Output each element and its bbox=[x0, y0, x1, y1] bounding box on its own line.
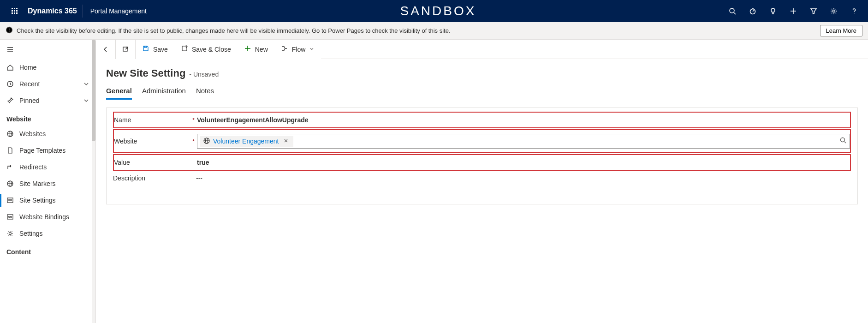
gear-icon bbox=[6, 230, 19, 237]
sidebar-item-websites[interactable]: Websites bbox=[0, 126, 95, 142]
new-button[interactable]: New bbox=[238, 40, 274, 59]
save-close-label: Save & Close bbox=[192, 46, 231, 53]
required-indicator: * bbox=[192, 138, 197, 145]
remove-chip-icon[interactable] bbox=[281, 138, 291, 145]
learn-more-button[interactable]: Learn More bbox=[820, 25, 862, 36]
tab-general[interactable]: General bbox=[106, 84, 132, 100]
redirect-icon bbox=[6, 163, 19, 171]
brand-label[interactable]: Dynamics 365 bbox=[26, 5, 83, 18]
chevron-down-icon bbox=[83, 97, 90, 106]
chevron-down-icon bbox=[309, 46, 315, 53]
task-timer-icon[interactable] bbox=[743, 0, 763, 22]
svg-point-17 bbox=[833, 10, 835, 12]
global-header: Dynamics 365 Portal Management SANDBOX bbox=[0, 0, 868, 22]
tab-administration[interactable]: Administration bbox=[142, 84, 186, 100]
svg-rect-6 bbox=[12, 12, 13, 14]
form-body: Name * VolunteerEngagementAllowUpgrade W… bbox=[106, 108, 858, 204]
field-row-name: Name * VolunteerEngagementAllowUpgrade bbox=[114, 113, 850, 127]
svg-rect-40 bbox=[144, 46, 147, 48]
sidebar-scrollbar[interactable] bbox=[92, 40, 95, 323]
svg-rect-5 bbox=[16, 10, 18, 12]
page-icon bbox=[6, 147, 19, 154]
page-title: New Site Setting bbox=[106, 67, 185, 79]
svg-rect-32 bbox=[7, 198, 13, 203]
svg-line-12 bbox=[753, 10, 754, 12]
settings-list-icon bbox=[6, 197, 19, 204]
plus-icon bbox=[244, 45, 251, 54]
page-subtitle: - Unsaved bbox=[189, 71, 219, 78]
sidebar-item-pinned[interactable]: Pinned bbox=[0, 92, 95, 109]
lookup-chip[interactable]: Volunteer Engagement bbox=[200, 136, 293, 147]
lookup-search-icon[interactable] bbox=[839, 137, 847, 146]
svg-rect-3 bbox=[12, 10, 13, 12]
chevron-down-icon bbox=[83, 80, 90, 89]
app-name-label[interactable]: Portal Management bbox=[83, 7, 154, 15]
sidebar-item-redirects[interactable]: Redirects bbox=[0, 159, 95, 175]
sidebar-item-website-bindings[interactable]: Website Bindings bbox=[0, 209, 95, 225]
back-button[interactable] bbox=[96, 40, 115, 59]
form-tabs: General Administration Notes bbox=[106, 84, 858, 100]
command-bar: Save Save & Close New Flow bbox=[96, 40, 868, 59]
add-icon[interactable] bbox=[783, 0, 803, 22]
sidebar-item-site-settings[interactable]: Site Settings bbox=[0, 192, 95, 209]
sidebar-item-settings[interactable]: Settings bbox=[0, 225, 95, 242]
sidebar-item-label: Site Settings bbox=[19, 197, 56, 204]
tab-notes[interactable]: Notes bbox=[196, 84, 214, 100]
sidebar-item-label: Settings bbox=[19, 230, 43, 237]
save-icon bbox=[142, 45, 149, 54]
help-icon[interactable] bbox=[844, 0, 864, 22]
save-button[interactable]: Save bbox=[136, 40, 174, 59]
scrollbar-thumb[interactable] bbox=[92, 40, 95, 141]
svg-point-21 bbox=[9, 31, 10, 32]
app-launcher-button[interactable] bbox=[4, 7, 26, 15]
sidebar-item-label: Site Markers bbox=[19, 180, 56, 187]
svg-rect-39 bbox=[123, 47, 127, 51]
svg-point-48 bbox=[841, 138, 845, 142]
sidebar-item-label: Websites bbox=[19, 130, 46, 138]
svg-line-10 bbox=[734, 12, 736, 14]
website-lookup[interactable]: Volunteer Engagement bbox=[197, 134, 850, 149]
sidebar-item-page-templates[interactable]: Page Templates bbox=[0, 142, 95, 159]
sidebar-section-website: Website bbox=[0, 109, 95, 126]
flow-button[interactable]: Flow bbox=[274, 40, 321, 59]
required-indicator: * bbox=[192, 117, 197, 124]
sidebar-item-site-markers[interactable]: Site Markers bbox=[0, 175, 95, 192]
lookup-value: Volunteer Engagement bbox=[213, 138, 279, 145]
pin-icon bbox=[6, 97, 19, 104]
sidebar-toggle-button[interactable] bbox=[0, 40, 95, 59]
clock-icon bbox=[6, 80, 19, 88]
svg-line-49 bbox=[844, 142, 846, 143]
info-icon bbox=[6, 26, 13, 35]
sidebar-item-recent[interactable]: Recent bbox=[0, 76, 95, 92]
sidebar-item-home[interactable]: Home bbox=[0, 59, 95, 76]
field-label: Name bbox=[114, 116, 131, 124]
svg-rect-8 bbox=[16, 12, 18, 14]
sidebar-item-label: Home bbox=[19, 64, 36, 71]
search-icon[interactable] bbox=[722, 0, 743, 22]
filter-icon[interactable] bbox=[803, 0, 824, 22]
svg-rect-0 bbox=[12, 8, 13, 9]
flow-label: Flow bbox=[292, 46, 306, 53]
lightbulb-icon[interactable] bbox=[763, 0, 783, 22]
field-row-description: Description --- bbox=[113, 171, 851, 185]
description-input[interactable]: --- bbox=[196, 174, 851, 182]
save-close-icon bbox=[181, 45, 188, 54]
svg-rect-4 bbox=[14, 10, 15, 12]
field-label: Value bbox=[114, 159, 130, 166]
save-close-button[interactable]: Save & Close bbox=[174, 40, 238, 59]
name-input[interactable]: VolunteerEngagementAllowUpgrade bbox=[197, 116, 363, 124]
sidebar-item-label: Redirects bbox=[19, 163, 47, 171]
gear-icon[interactable] bbox=[824, 0, 844, 22]
new-label: New bbox=[255, 46, 268, 53]
binding-icon bbox=[6, 213, 19, 221]
svg-point-9 bbox=[730, 8, 734, 13]
value-input[interactable]: true bbox=[197, 159, 850, 166]
notification-text: Check the site visibility before editing… bbox=[17, 27, 451, 34]
open-in-new-button[interactable] bbox=[116, 40, 135, 59]
globe-icon bbox=[203, 137, 210, 146]
content-area: Save Save & Close New Flow bbox=[96, 40, 868, 323]
svg-rect-2 bbox=[16, 8, 18, 9]
notification-bar: Check the site visibility before editing… bbox=[0, 22, 868, 40]
environment-badge: SANDBOX bbox=[400, 4, 476, 18]
sidebar-item-label: Page Templates bbox=[19, 147, 65, 154]
